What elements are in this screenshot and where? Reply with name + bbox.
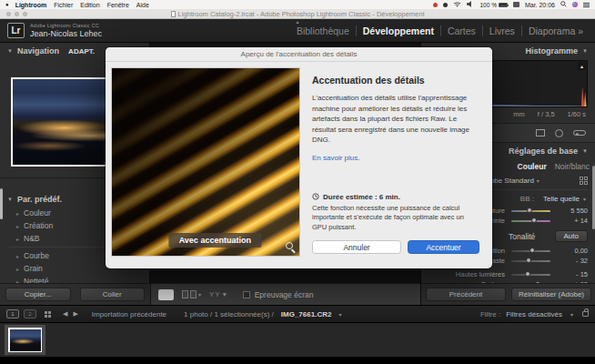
highlights-slider[interactable] [511,274,550,276]
filename[interactable]: IMG_7661.CR2 [281,310,332,318]
identity-plate: Adobe Lightroom Classic CC Jean-Nicolas … [30,23,102,38]
cancel-button[interactable]: Annuler [312,240,401,254]
previous-button[interactable]: Précédent [426,288,506,301]
app-name: Adobe Lightroom Classic CC [30,23,102,28]
module-diaporama[interactable]: Diaporama » [521,25,590,36]
slider-value[interactable]: 0,00 [557,247,588,255]
copy-button[interactable]: Copier... [5,288,71,301]
slider-value[interactable]: + 14 [557,217,588,225]
split-view-icon[interactable]: YY [209,290,227,298]
battery-indicator[interactable]: 100 % [479,2,507,8]
enhance-preview-image[interactable]: Avec accentuation [111,67,300,257]
slider-value[interactable]: 5 550 [557,207,588,215]
slider-value[interactable]: - 32 [557,257,588,265]
main-window-button[interactable]: 1 [6,309,19,318]
dialog-body: Avec accentuation Accentuation des détai… [106,62,492,268]
filter-dropdown[interactable]: Filtres désactivés [506,310,562,318]
tint-slider[interactable] [511,220,550,222]
module-cartes[interactable]: Cartes [440,25,482,36]
gpu-note: Cette fonction nécessite une puissance d… [312,204,479,233]
profile-browser-icon[interactable] [580,177,588,185]
window-title: Lightroom Catalog-2.lrcat - Adobe Photos… [0,10,595,18]
slider-handle[interactable] [527,207,532,213]
chevron-down-icon [582,48,588,54]
apple-icon[interactable]: ● [5,2,9,7]
slider-handle[interactable] [525,271,530,277]
dialog-title: Aperçu de l'accentuation des détails [106,47,492,62]
slider-handle[interactable] [529,248,535,253]
soft-proof-checkbox[interactable] [243,291,250,298]
tab-noir-blanc[interactable]: Noir/blanc [555,162,590,171]
crop-tool-icon[interactable] [536,129,545,136]
notification-center-icon[interactable] [583,3,590,7]
second-window-button[interactable]: 2 [24,309,36,318]
reset-button[interactable]: Réinitialiser (Adobe) [511,288,591,301]
auto-tone-button[interactable]: Auto [555,230,588,242]
module-livres[interactable]: Livres [482,25,521,36]
menu-app[interactable]: Lightroom [15,2,47,8]
volume-icon[interactable] [467,1,474,8]
preview-toggle-label[interactable]: Avec accentuation [169,233,261,248]
paste-button[interactable]: Coller [80,288,146,301]
module-bibliotheque[interactable]: Bibliothèque [290,25,356,36]
grid-view-icon[interactable] [45,311,51,318]
slider-label: Hautes lumières [432,270,505,278]
window-titlebar: Lightroom Catalog-2.lrcat - Adobe Photos… [0,9,595,19]
chevron-down-icon [338,311,341,318]
input-source-icon[interactable] [513,2,519,8]
main-area: Navigation ADAPT. Par. prédéf. Couleur C… [0,43,595,305]
filmstrip-toolbar: 1 2 Importation précédente 1 photo / 1 s… [0,305,595,323]
menu-edition[interactable]: Edition [80,2,99,8]
soft-proof-toggle[interactable]: Epreuvage écran [243,290,314,299]
redeye-tool-icon[interactable] [555,129,563,137]
status-dot-icon[interactable] [443,3,448,7]
menu-fenetre[interactable]: Fenêtre [107,2,129,8]
learn-more-link[interactable]: En savoir plus. [312,154,479,162]
exposure-slider[interactable] [511,250,550,252]
next-photo-icon[interactable] [73,310,77,318]
slider-value[interactable]: - 15 [557,270,588,278]
exif-shutter: 1/60 s [568,110,586,118]
slider-handle[interactable] [531,217,537,223]
contrast-slider[interactable] [511,260,550,262]
previous-photo-icon[interactable] [63,310,67,318]
filmstrip-thumbnail-selected[interactable] [5,325,45,355]
masking-tool-icon[interactable] [573,130,586,136]
chevron-down-icon [583,196,586,202]
exif-aperture: f / 3,5 [538,110,555,118]
clock-icon [312,193,319,200]
document-icon [171,11,176,17]
basic-panel-title: Réglages de base [509,147,578,156]
recording-indicator-icon[interactable] [433,3,438,7]
slider-handle[interactable] [526,258,531,263]
estimate-text: Durée estimée : 6 min. [323,193,400,201]
source-indicator[interactable]: Importation précédente [92,310,166,318]
wifi-icon[interactable] [453,1,461,8]
enhance-button[interactable]: Accentuer [408,240,479,254]
loupe-view-icon[interactable] [158,289,174,300]
before-after-view-icon[interactable] [182,290,201,298]
soft-proof-label: Epreuvage écran [255,290,314,299]
temperature-slider[interactable] [511,210,550,212]
chevron-down-icon [570,311,573,318]
chevron-right-icon [16,253,19,259]
lightroom-topbar: Lr Adobe Lightroom Classic CC Jean-Nicol… [0,19,595,43]
chevron-down-icon [582,148,588,154]
wb-label: BB : [520,195,534,203]
filter-lock-icon[interactable] [582,311,589,317]
left-scrollbar-thumb[interactable] [0,188,3,219]
siri-icon[interactable] [572,2,578,7]
menubar-clock[interactable]: Mar. 20:06 [525,2,555,8]
tab-couleur[interactable]: Couleur [518,162,547,171]
zoom-mode-fit[interactable]: ADAPT. [68,47,95,56]
highlight-clipping-indicator[interactable] [578,62,586,70]
menu-fichier[interactable]: Fichier [54,2,73,8]
wb-preset-dropdown[interactable]: Telle quelle [543,195,580,203]
battery-percent: 100 % [479,2,496,8]
spotlight-search-icon[interactable] [560,1,567,8]
chevron-down-icon [7,48,13,54]
module-developpement[interactable]: Développement [356,25,440,36]
menu-aide[interactable]: Aide [136,2,149,8]
chevron-right-icon [16,210,19,217]
develop-buttons-row: Précédent Réinitialiser (Adobe) [421,283,595,305]
